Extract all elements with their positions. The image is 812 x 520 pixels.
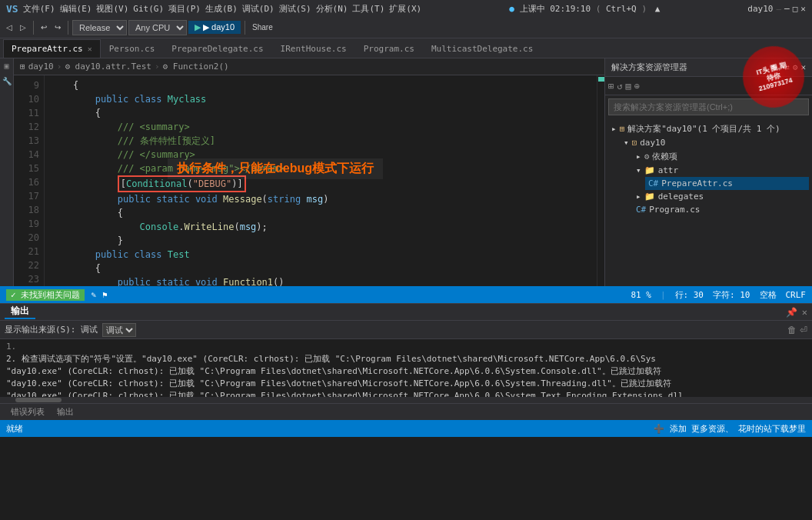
menu-build[interactable]: 生成(B) [205,3,238,15]
output-wrap-btn[interactable]: ⏎ [800,325,807,335]
menu-project[interactable]: 项目(P) [168,3,201,15]
output-line-2: 2. 检查调试选项下的"符号"设置。"day10.exe" (CoreCLR: … [6,353,806,365]
scrollbar-gutter [597,75,604,286]
tab-error-list[interactable]: 错误列表 [5,406,51,418]
menu-view[interactable]: 视图(V) [96,3,128,15]
code-lines[interactable]: 执行条件，只能在debug模式下运行 { public class Myclas… [45,75,597,286]
title-bar-right: day10 — ─ □ ✕ [747,4,806,14]
tree-root-label: 解决方案"day10"(1 个项目/共 1 个) [627,123,780,135]
annotation-overlay: 执行条件，只能在debug模式下运行 [168,158,383,179]
menu-analyze[interactable]: 分析(N) [316,3,348,15]
tree-root-expand: ▸ [611,124,617,134]
window-minimize[interactable]: ─ [784,4,790,14]
window-maximize[interactable]: □ [793,4,798,14]
tab-preparedelegate[interactable]: PrepareDelegate.cs [163,39,271,58]
tree-prepareattr[interactable]: C# PrepareAttr.cs [645,177,809,190]
output-line-4: "day10.exe" (CoreCLR: clrhost): 已加载 "C:\… [6,378,806,390]
run-label: ▶ day10 [203,22,235,32]
output-header: 输出 📌 ✕ [0,304,812,321]
project-icon: ⊡ [632,138,637,148]
tree-delegates-label: delegates [658,192,704,202]
toolbar-undo[interactable]: ↩ [38,22,50,33]
menu-extensions[interactable]: 扩展(X) [389,3,421,15]
tree-delegates[interactable]: ▸ 📁 delegates [633,190,809,203]
tab-irenthouse[interactable]: IRentHouse.cs [272,39,355,58]
window-close[interactable]: ✕ [800,4,806,14]
solution-explorer-label: 解决方案资源管理器 [611,62,687,73]
tree-day10[interactable]: ▾ ⊡ day10 [621,136,809,149]
tree-program[interactable]: C# Program.cs [633,203,809,216]
menu-debug[interactable]: 调试(D) [242,3,275,15]
tab-person[interactable]: Person.cs [101,39,164,58]
output-tab-output[interactable]: 输出 [5,305,35,319]
output-close-icon[interactable]: ✕ [802,307,807,318]
menu-file[interactable]: 文件(F) [23,3,55,15]
tab-prepareattr-close[interactable]: ✕ [88,45,92,53]
toolbar-back[interactable]: ◁ [3,22,15,33]
run-icon: ▶ [195,22,201,32]
bottom-left: 就绪 [6,423,23,435]
tab-preparedelegate-label: PrepareDelegate.cs [171,44,263,54]
output-source-label: 显示输出来源(S): 调试 [5,324,98,335]
tab-multicast[interactable]: MulticastDelegate.cs [423,39,541,58]
tree-root[interactable]: ▸ ⊞ 解决方案"day10"(1 个项目/共 1 个) [608,122,809,136]
panel-tb-2[interactable]: ↺ [617,81,622,92]
platform-dropdown[interactable]: Any CPU [128,20,187,35]
tab-prepareattr-label: PrepareAttr.cs [12,44,83,54]
breadcrumb-project: day10 [28,62,54,72]
title-shortcut: ( [596,4,601,14]
main-area: ▣ 🔧 ⊞ day10 › ⚙ day10.attr.Test › ⚙ Func… [0,58,812,286]
editor-status-bar: ✓ 未找到相关问题 ✎ ⚑ 81 % | 行: 30 字符: 10 空格 CRL… [0,286,812,303]
menu-test[interactable]: 测试(S) [279,3,311,15]
status-left: ✓ 未找到相关问题 ✎ ⚑ [6,289,108,301]
output-pin-icon[interactable]: 📌 [786,307,797,318]
toolbar-share[interactable]: Share [249,22,276,33]
config-dropdown[interactable]: Release [72,20,127,35]
output-tabs-container: 输出 [5,305,35,319]
tree-delegates-expand: ▸ [636,192,641,202]
toolbar-forward[interactable]: ▷ [17,22,29,33]
explorer-icon[interactable]: ▣ [2,62,11,70]
code-line-18: { [51,206,591,220]
prepareattr-cs-icon: C# [648,178,658,188]
panel-tb-3[interactable]: ▤ [625,81,631,92]
output-clear-btn[interactable]: 🗑 [787,325,797,335]
line-numbers: 910111213 1415161718 1920212223 24252627… [14,75,45,286]
tab-person-label: Person.cs [109,44,155,54]
code-line-10: public class Myclass [51,92,591,106]
tree-deps-label: 依赖项 [652,151,677,162]
breadcrumb-day10: ⊞ [20,62,25,72]
panel-tb-1[interactable]: ⊞ [608,81,614,92]
code-content[interactable]: 910111213 1415161718 1920212223 24252627… [14,75,604,286]
panel-tb-4[interactable]: ⊕ [634,81,640,92]
tab-multicast-label: MulticastDelegate.cs [431,44,533,54]
title-time: 上课中 02:19:10 [520,4,591,14]
menu-edit[interactable]: 编辑(E) [60,3,92,15]
tab-prepareattr[interactable]: PrepareAttr.cs ✕ [3,39,101,58]
menu-git[interactable]: Git(G) [133,4,164,14]
code-line-17: public static void Message(string msg) [51,192,591,206]
tools-icon[interactable]: 🔧 [2,76,11,85]
toolbar-redo[interactable]: ↪ [52,22,64,33]
app-logo: VS [6,3,18,15]
tree-deps-expand: ▸ [636,152,641,162]
output-panel: 输出 📌 ✕ 显示输出来源(S): 调试 调试 🗑 ⏎ 1. 2. 检查调试选项… [0,303,812,420]
tab-irenthouse-label: IRentHouse.cs [281,44,347,54]
status-encoding: CRLF [786,290,807,300]
menu-tools[interactable]: 工具(T) [352,3,384,15]
tree-program-label: Program.cs [649,205,700,215]
output-source-dropdown[interactable]: 调试 [102,323,136,337]
output-content: 1. 2. 检查调试选项下的"符号"设置。"day10.exe" (CoreCL… [0,339,812,397]
bottom-more-label[interactable]: 更多资源、 [691,423,734,435]
tab-output[interactable]: 输出 [51,406,80,418]
tab-program[interactable]: Program.cs [355,39,423,58]
output-line-3: "day10.exe" (CoreCLR: clrhost): 已加载 "C:\… [6,365,806,378]
output-scrollbar[interactable] [0,397,812,403]
bottom-add-label[interactable]: ➕ 添加 [654,423,687,435]
tree-attr[interactable]: ▾ 📁 attr [633,164,809,177]
output-toolbar-right: 🗑 ⏎ [787,325,807,335]
title-bar: VS 文件(F) 编辑(E) 视图(V) Git(G) 项目(P) 生成(B) … [0,0,812,17]
tree-deps[interactable]: ▸ ⚙ 依赖项 [633,149,809,164]
run-button[interactable]: ▶ ▶ day10 [188,21,241,34]
tree-attr-expand: ▾ [636,165,641,175]
